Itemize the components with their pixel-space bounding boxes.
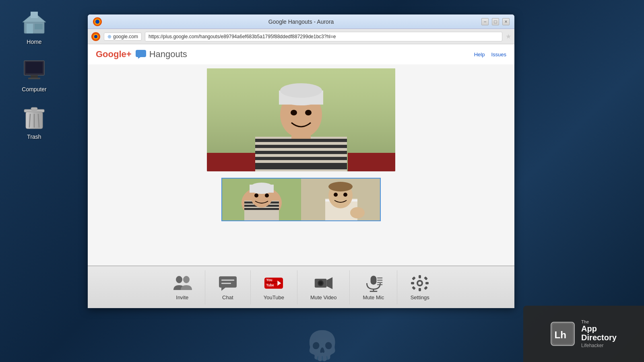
svg-rect-1	[27, 24, 33, 33]
svg-rect-40	[348, 153, 395, 171]
desktop-icon-home[interactable]: Home	[19, 8, 50, 47]
svg-rect-89	[424, 276, 428, 280]
svg-rect-62	[219, 276, 237, 288]
desktop-icon-trash[interactable]: Trash	[19, 103, 50, 142]
app-directory-text: The AppDirectory Lifehacker	[581, 319, 617, 348]
trash-icon	[21, 105, 47, 131]
svg-rect-6	[26, 62, 43, 73]
bookmark-star-icon[interactable]: ★	[506, 33, 511, 40]
svg-marker-63	[221, 288, 225, 291]
desktop-icons: Home Computer	[0, 0, 68, 362]
google-plus-logo: Google+ Hangouts	[96, 49, 187, 60]
svg-marker-22	[138, 57, 140, 59]
svg-rect-39	[207, 153, 255, 171]
svg-point-60	[176, 276, 182, 283]
thumbnail-1[interactable]	[222, 179, 301, 220]
toolbar: Invite Chat	[88, 265, 514, 308]
thumbnail-1-content	[222, 179, 301, 220]
youtube-icon: You Tube	[264, 274, 283, 292]
app-directory-source: Lifehacker	[581, 343, 617, 348]
svg-point-83	[418, 282, 421, 285]
svg-text:Lh: Lh	[555, 329, 567, 340]
app-directory-prefix: The	[581, 319, 617, 324]
thumbnail-2-content	[301, 179, 380, 220]
mute-video-label: Mute Video	[310, 294, 337, 300]
close-button[interactable]: ×	[502, 18, 510, 25]
page-header: Google+ Hangouts Help Issues	[88, 44, 514, 64]
svg-rect-65	[221, 283, 231, 284]
title-bar: Google Hangouts - Aurora − □ ×	[88, 14, 514, 29]
svg-rect-84	[419, 275, 421, 278]
invite-button[interactable]: Invite	[160, 270, 205, 304]
page-content: Google+ Hangouts Help Issues	[88, 44, 514, 308]
minimize-button[interactable]: −	[481, 18, 489, 25]
thumbnail-2[interactable]	[301, 179, 380, 220]
svg-point-50	[254, 193, 258, 197]
desktop: Home Computer	[0, 0, 644, 362]
svg-rect-31	[255, 163, 347, 169]
svg-point-51	[265, 193, 269, 197]
svg-rect-91	[424, 286, 428, 290]
window-controls: − □ ×	[481, 18, 510, 25]
svg-point-57	[334, 193, 338, 197]
address-bar: ⊕ google.com https://plus.google.com/han…	[88, 29, 514, 44]
site-name: google.com	[113, 34, 138, 39]
svg-point-59	[350, 207, 365, 218]
home-icon	[21, 10, 47, 36]
url-bar[interactable]: https://plus.google.com/hangouts/e89794a…	[145, 32, 502, 41]
header-links: Help Issues	[474, 51, 506, 58]
svg-point-17	[95, 20, 99, 24]
svg-rect-75	[370, 276, 376, 284]
svg-rect-88	[412, 276, 416, 280]
youtube-button[interactable]: You Tube YouTube	[251, 270, 297, 304]
settings-icon	[410, 274, 429, 292]
skull-decoration: 💀	[305, 329, 340, 362]
mute-video-button[interactable]: Mute Video	[297, 270, 350, 304]
settings-button[interactable]: Settings	[397, 270, 442, 304]
svg-rect-87	[425, 282, 429, 284]
chat-button[interactable]: Chat	[205, 270, 251, 304]
ssl-icon: ⊕	[107, 34, 111, 39]
thumbnails-row	[221, 178, 381, 221]
browser-icon	[91, 32, 101, 41]
home-icon-label: Home	[27, 39, 41, 45]
chat-icon	[218, 274, 237, 292]
maximize-button[interactable]: □	[492, 18, 499, 25]
svg-point-56	[328, 182, 353, 191]
video-area	[88, 64, 514, 265]
svg-text:Tube: Tube	[266, 283, 275, 287]
svg-marker-74	[326, 277, 332, 289]
mute-mic-label: Mute Mic	[363, 294, 384, 300]
trash-icon-label: Trash	[27, 134, 41, 140]
main-video-content	[207, 68, 395, 171]
chat-label: Chat	[222, 294, 233, 300]
svg-rect-2	[35, 24, 43, 29]
desktop-icon-computer[interactable]: Computer	[19, 56, 50, 95]
mute-mic-button[interactable]: Mute Mic	[350, 270, 397, 304]
computer-icon	[21, 58, 47, 84]
issues-link[interactable]: Issues	[491, 51, 506, 58]
svg-rect-21	[136, 50, 146, 57]
svg-point-37	[291, 110, 297, 115]
site-badge[interactable]: ⊕ google.com	[104, 33, 142, 41]
invite-label: Invite	[176, 294, 188, 300]
svg-rect-46	[244, 208, 279, 210]
svg-rect-85	[419, 288, 421, 291]
svg-marker-4	[31, 12, 38, 18]
firefox-icon	[93, 17, 102, 27]
svg-rect-90	[412, 286, 416, 290]
svg-point-38	[305, 110, 312, 115]
youtube-label: YouTube	[264, 294, 284, 300]
svg-rect-49	[250, 185, 274, 193]
svg-text:You: You	[266, 278, 272, 282]
help-link[interactable]: Help	[474, 51, 485, 58]
svg-point-73	[319, 281, 322, 285]
invite-icon	[173, 274, 192, 292]
browser-window: Google Hangouts - Aurora − □ × ⊕ google.…	[88, 14, 514, 308]
svg-point-58	[343, 193, 347, 197]
window-title: Google Hangouts - Aurora	[268, 19, 334, 25]
google-plus-text: Google+	[96, 49, 132, 60]
svg-rect-86	[411, 282, 414, 284]
hangouts-icon	[136, 50, 146, 59]
app-directory-name: AppDirectory	[581, 324, 617, 342]
